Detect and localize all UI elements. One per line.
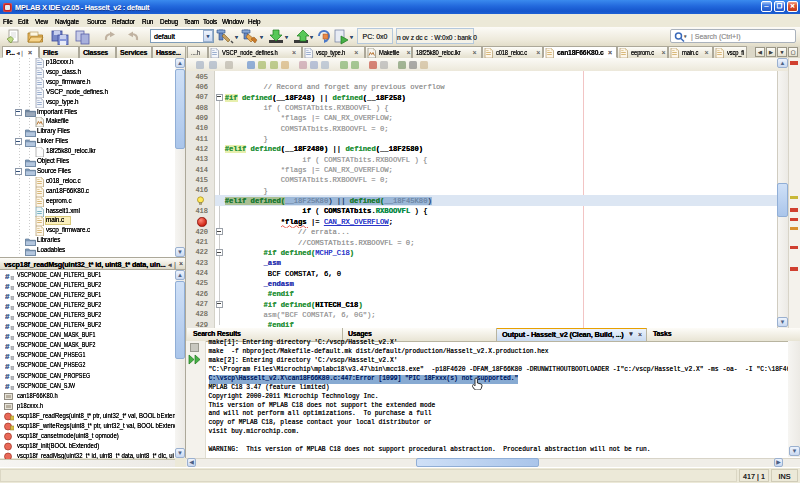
svg-text:#: # xyxy=(5,302,10,310)
svg-text:#: # xyxy=(5,382,10,390)
svg-text:#: # xyxy=(5,322,10,330)
svg-text:#: # xyxy=(5,342,10,350)
svg-text:#: # xyxy=(5,272,10,280)
svg-text:▾: ▾ xyxy=(285,34,288,40)
svg-text:▾: ▾ xyxy=(260,34,263,40)
svg-text:#: # xyxy=(5,372,10,380)
svg-text:▾: ▾ xyxy=(235,34,238,40)
svg-text:#: # xyxy=(5,282,10,290)
svg-text:#: # xyxy=(5,352,10,360)
svg-text:#: # xyxy=(5,332,10,340)
svg-text:▾: ▾ xyxy=(310,34,313,40)
svg-text:#: # xyxy=(5,362,10,370)
svg-text:#: # xyxy=(5,292,10,300)
svg-text:#: # xyxy=(5,312,10,320)
svg-text:▾: ▾ xyxy=(350,34,353,40)
